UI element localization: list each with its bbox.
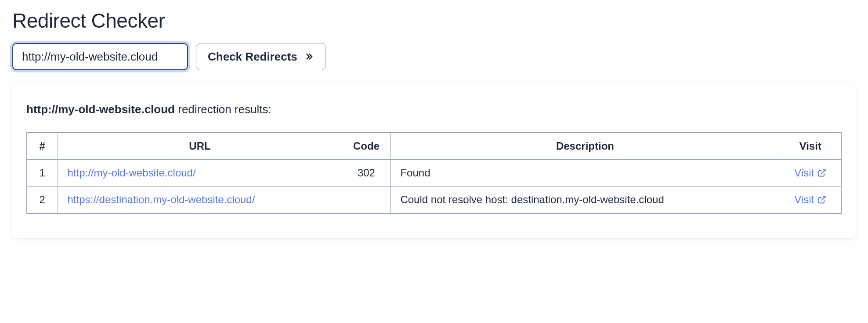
- row-description: Found: [391, 160, 780, 187]
- row-url-cell: https://destination.my-old-website.cloud…: [58, 187, 342, 214]
- chevrons-right-icon: [304, 51, 314, 62]
- external-link-icon: [817, 169, 826, 177]
- results-url: http://my-old-website.cloud: [26, 103, 175, 116]
- col-header-index: #: [27, 133, 58, 160]
- col-header-url: URL: [58, 133, 342, 160]
- visit-link[interactable]: Visit: [794, 167, 826, 179]
- table-row: 2 https://destination.my-old-website.clo…: [27, 187, 841, 214]
- check-redirects-button[interactable]: Check Redirects: [196, 43, 326, 70]
- col-header-visit: Visit: [780, 133, 841, 160]
- row-index: 2: [27, 187, 58, 214]
- visit-label: Visit: [794, 167, 814, 179]
- visit-label: Visit: [794, 194, 814, 206]
- table-row: 1 http://my-old-website.cloud/ 302 Found…: [27, 160, 841, 187]
- svg-line-1: [821, 197, 825, 201]
- url-input[interactable]: [12, 43, 188, 70]
- visit-link[interactable]: Visit: [794, 194, 826, 206]
- controls-row: Check Redirects: [12, 43, 856, 70]
- results-card: http://my-old-website.cloud redirection …: [12, 83, 856, 238]
- row-visit-cell: Visit: [780, 160, 841, 187]
- check-button-label: Check Redirects: [208, 50, 297, 64]
- results-table: # URL Code Description Visit 1 http://my…: [26, 132, 842, 214]
- col-header-description: Description: [391, 133, 780, 160]
- row-url-link[interactable]: https://destination.my-old-website.cloud…: [68, 194, 255, 205]
- row-url-link[interactable]: http://my-old-website.cloud/: [68, 167, 196, 179]
- results-suffix: redirection results:: [175, 103, 271, 116]
- results-heading: http://my-old-website.cloud redirection …: [26, 103, 842, 116]
- row-url-cell: http://my-old-website.cloud/: [58, 160, 342, 187]
- row-visit-cell: Visit: [780, 187, 841, 214]
- external-link-icon: [817, 195, 826, 204]
- svg-line-0: [821, 170, 825, 174]
- table-header-row: # URL Code Description Visit: [27, 133, 841, 160]
- col-header-code: Code: [342, 133, 391, 160]
- row-code: [342, 187, 391, 214]
- row-index: 1: [27, 160, 58, 187]
- row-code: 302: [342, 160, 391, 187]
- row-description: Could not resolve host: destination.my-o…: [391, 187, 780, 214]
- page-title: Redirect Checker: [12, 9, 856, 32]
